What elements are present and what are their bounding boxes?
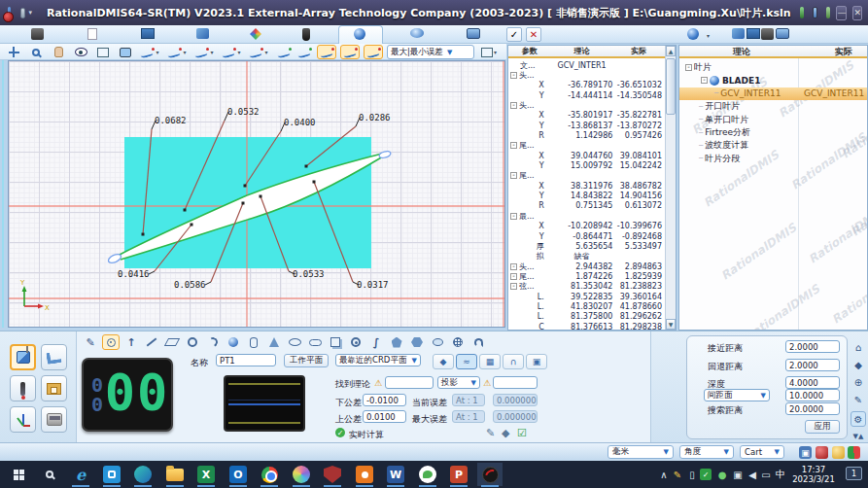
tab-graph-view[interactable]: ≈: [456, 354, 477, 369]
apply-check-icon[interactable]: ✓: [506, 27, 522, 42]
tree-item-叶片[interactable]: -叶片: [679, 61, 867, 74]
fixture-button[interactable]: [41, 375, 67, 401]
table-row[interactable]: Y-0.864471-0.892468: [508, 231, 665, 241]
tray-wechat-icon[interactable]: ●: [715, 468, 729, 481]
table-row[interactable]: 厚5.6356545.533497: [508, 241, 665, 251]
circle-feature-icon[interactable]: [184, 334, 201, 350]
arc-feature-icon[interactable]: [204, 334, 222, 350]
graphics-viewport[interactable]: 0.06820.05320.04000.02860.04160.05860.05…: [8, 60, 505, 328]
projection-dropdown[interactable]: 投影▼: [437, 376, 480, 389]
coordinate-system-button[interactable]: [10, 406, 36, 433]
tree-item-BLADE1[interactable]: -BLADE1: [679, 74, 867, 87]
realtime-checkbox[interactable]: ✓: [335, 428, 345, 437]
scroll-down-icon[interactable]: ▼: [666, 319, 676, 330]
tab-export-icon[interactable]: [196, 28, 212, 41]
tray-display-icon[interactable]: ▭: [759, 468, 773, 481]
blade-eval-2-icon[interactable]: ▾: [167, 45, 187, 59]
powerpoint-icon[interactable]: P: [446, 463, 471, 486]
param-input-4[interactable]: 20.0000: [785, 402, 840, 415]
cylinder-feature-icon[interactable]: [245, 334, 262, 350]
tree-triad-icon[interactable]: [732, 28, 747, 41]
scroll-thumb[interactable]: [666, 58, 676, 115]
blade-eval-5-icon[interactable]: ▾: [249, 45, 268, 59]
chrome-icon[interactable]: [257, 463, 282, 486]
tray-expand-icon[interactable]: ∧: [657, 468, 671, 481]
table-row[interactable]: -弦...81.35304281.238823: [508, 282, 665, 292]
tab-screen-icon[interactable]: [467, 28, 482, 41]
expand-icon[interactable]: -: [510, 172, 517, 179]
wechat-icon[interactable]: [415, 463, 440, 486]
tree-expand-icon[interactable]: -: [685, 64, 692, 71]
table-scrollbar[interactable]: ▲ ▼: [665, 46, 676, 330]
coord-dropdown[interactable]: Cart▼: [740, 445, 784, 459]
status-multi-icon[interactable]: [848, 446, 860, 459]
license-keys-icon[interactable]: [826, 7, 830, 18]
param-input-2[interactable]: 4.0000: [785, 376, 840, 389]
line-feature-icon[interactable]: [143, 334, 160, 350]
security-icon[interactable]: [320, 463, 345, 486]
units-dropdown[interactable]: 毫米▼: [608, 445, 674, 459]
frame-icon[interactable]: [93, 45, 113, 59]
outlook-icon[interactable]: O: [226, 463, 251, 486]
table-row[interactable]: Y14.84382214.904156: [508, 191, 665, 200]
screen-icon[interactable]: [116, 45, 135, 59]
edit-result-icon[interactable]: ✎: [486, 427, 495, 439]
spacing-plane-dropdown[interactable]: 间距面▼: [704, 389, 770, 401]
rationaldmis-icon[interactable]: [477, 463, 503, 486]
tree-item-单开口叶片[interactable]: ─单开口叶片: [679, 114, 867, 126]
blade-fit-3-icon[interactable]: [364, 45, 383, 59]
expand-icon[interactable]: -: [510, 273, 517, 280]
start-button[interactable]: [6, 463, 31, 486]
tree-item-叶片分段[interactable]: ─叶片分段: [679, 153, 867, 165]
notification-badge[interactable]: 1: [846, 467, 862, 480]
table-row[interactable]: X38.31197638.486782: [508, 181, 665, 191]
table-row[interactable]: L.81.37580081.296262: [508, 312, 665, 322]
calculator-icon[interactable]: [813, 7, 818, 18]
table-row[interactable]: -尾...1.8742261.825939: [508, 271, 665, 281]
expand-icon[interactable]: -: [510, 142, 517, 149]
table-row[interactable]: Y-14.444114-14.350548: [508, 90, 665, 100]
table-row[interactable]: -尾...: [508, 141, 665, 151]
tab-probe-view[interactable]: ◆: [433, 354, 454, 369]
hook-feature-icon[interactable]: [469, 334, 487, 350]
tree-report-icon[interactable]: [776, 28, 791, 41]
monitor-menu-icon[interactable]: [20, 8, 24, 18]
settings-gear-icon[interactable]: ⚙: [851, 411, 866, 427]
tray-sync-icon[interactable]: ✓: [700, 469, 712, 480]
cancel-x-icon[interactable]: ✕: [526, 27, 541, 42]
blade-section-2-icon[interactable]: [295, 45, 314, 59]
crd-plane-dropdown[interactable]: 最靠近的CRD平面▼: [335, 354, 421, 366]
blade-eval-1-icon[interactable]: ▾: [140, 45, 159, 59]
param-input-1[interactable]: 2.0000: [785, 359, 840, 371]
expand-icon[interactable]: -: [510, 72, 517, 79]
slot-feature-icon[interactable]: [306, 334, 324, 350]
zoom-icon[interactable]: [26, 45, 46, 59]
table-row[interactable]: X-36.789170-36.651032: [508, 81, 665, 90]
table-row[interactable]: L.41.83020741.878660: [508, 301, 665, 311]
expand-icon[interactable]: -: [510, 213, 517, 220]
word-icon[interactable]: W: [383, 463, 408, 486]
blade-fit-2-icon[interactable]: [340, 45, 360, 59]
workplane-button[interactable]: 工作平面: [284, 354, 329, 367]
table-row[interactable]: Y15.00979215.042242: [508, 160, 665, 170]
axis-feature-icon[interactable]: ↑: [122, 334, 140, 350]
point-feature-icon[interactable]: [102, 334, 120, 350]
param-input-0[interactable]: 2.0000: [785, 340, 840, 353]
confirm-checkbox-icon[interactable]: ☑: [517, 427, 527, 439]
excel-icon[interactable]: X: [193, 463, 219, 486]
machine-mode-button[interactable]: [10, 344, 36, 370]
expand-icon[interactable]: -: [510, 263, 517, 270]
blade-eval-3-icon[interactable]: ▾: [194, 45, 214, 59]
tree-item-Firtree分析[interactable]: ─Firtree分析: [679, 126, 867, 139]
cmm-machine-button[interactable]: [41, 406, 67, 433]
tab-probe-icon[interactable]: [302, 28, 318, 41]
inspect-tool-icon[interactable]: ⊕: [851, 374, 866, 390]
status-ball-icon[interactable]: [816, 446, 828, 459]
tree-expand-icon[interactable]: -: [701, 77, 708, 84]
tab-view-icon[interactable]: [410, 28, 426, 41]
tree-item-波纹度计算[interactable]: ─波纹度计算: [679, 139, 867, 152]
tray-pen-icon[interactable]: ✎: [671, 468, 684, 481]
tab-report-view[interactable]: ▣: [526, 354, 547, 369]
display-settings-icon[interactable]: ▾: [479, 45, 499, 59]
tray-camera-icon[interactable]: ▣: [731, 468, 745, 481]
